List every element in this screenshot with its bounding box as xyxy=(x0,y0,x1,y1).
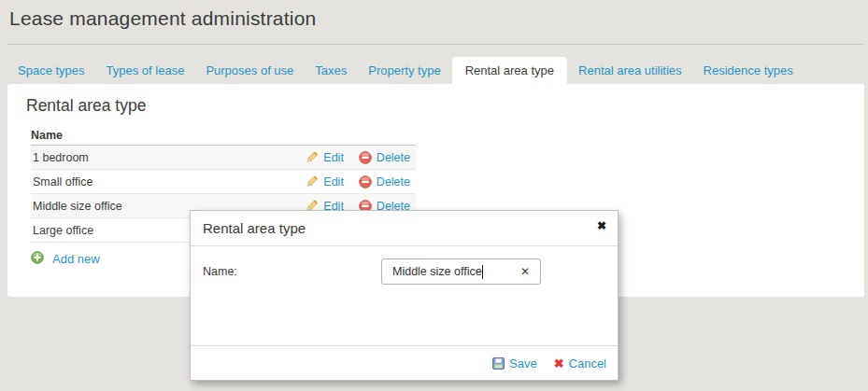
page-title: Lease management administration xyxy=(9,7,316,30)
dialog-header: Rental area type ✖ xyxy=(191,211,618,246)
edit-pencil-icon xyxy=(305,150,319,164)
row-name: 1 bedroom xyxy=(31,151,305,164)
tab-rental-area-type[interactable]: Rental area type xyxy=(452,57,567,84)
clear-input-icon[interactable]: ✕ xyxy=(520,265,530,278)
name-field-label: Name: xyxy=(203,265,237,278)
tab-space-types[interactable]: Space types xyxy=(7,57,95,84)
rental-area-type-dialog: Rental area type ✖ Name: Middle size off… xyxy=(190,210,619,381)
table-row: 1 bedroom Edit Delete xyxy=(31,146,416,170)
lease-management-page: Lease management administration Space ty… xyxy=(0,0,868,391)
tab-rental-area-utilities[interactable]: Rental area utilities xyxy=(568,57,692,84)
dialog-body: Name: Middle size office ✕ xyxy=(191,246,618,347)
cancel-label: Cancel xyxy=(569,356,606,370)
dialog-footer: Save ✖ Cancel xyxy=(191,345,618,380)
add-new-link[interactable]: Add new xyxy=(31,251,134,267)
edit-link[interactable]: Edit xyxy=(305,175,344,189)
delete-icon xyxy=(359,175,372,189)
delete-icon xyxy=(359,151,372,164)
tab-residence-types[interactable]: Residence types xyxy=(693,57,804,84)
delete-label: Delete xyxy=(377,151,410,164)
header-divider xyxy=(7,44,864,45)
tab-taxes[interactable]: Taxes xyxy=(305,57,357,84)
name-input-value: Middle size office xyxy=(392,265,482,278)
save-button[interactable]: Save xyxy=(492,356,537,370)
cancel-button[interactable]: ✖ Cancel xyxy=(554,356,606,370)
admin-tabbar: Space types Types of lease Purposes of u… xyxy=(7,57,804,84)
edit-link[interactable]: Edit xyxy=(305,150,344,164)
tab-purposes-of-use[interactable]: Purposes of use xyxy=(195,57,304,84)
cancel-x-icon: ✖ xyxy=(554,356,564,370)
row-name: Small office xyxy=(31,175,305,189)
edit-label: Edit xyxy=(323,151,344,164)
column-header-name: Name xyxy=(31,127,416,146)
tab-types-of-lease[interactable]: Types of lease xyxy=(96,57,195,84)
name-input[interactable]: Middle size office ✕ xyxy=(381,258,541,285)
delete-label: Delete xyxy=(377,175,410,189)
text-caret xyxy=(482,265,483,279)
panel-heading: Rental area type xyxy=(26,96,846,116)
add-icon xyxy=(31,251,44,267)
row-actions: Edit Delete xyxy=(305,175,416,189)
delete-link[interactable]: Delete xyxy=(359,151,410,164)
close-icon[interactable]: ✖ xyxy=(597,219,606,232)
edit-label: Edit xyxy=(323,175,344,189)
edit-pencil-icon xyxy=(305,175,319,189)
delete-link[interactable]: Delete xyxy=(359,175,410,189)
save-icon xyxy=(492,357,505,370)
dialog-title: Rental area type xyxy=(203,220,306,236)
table-row: Small office Edit Delete xyxy=(31,170,416,194)
save-label: Save xyxy=(509,356,537,370)
row-actions: Edit Delete xyxy=(305,150,416,164)
add-new-label: Add new xyxy=(52,252,100,266)
tab-property-type[interactable]: Property type xyxy=(358,57,450,84)
